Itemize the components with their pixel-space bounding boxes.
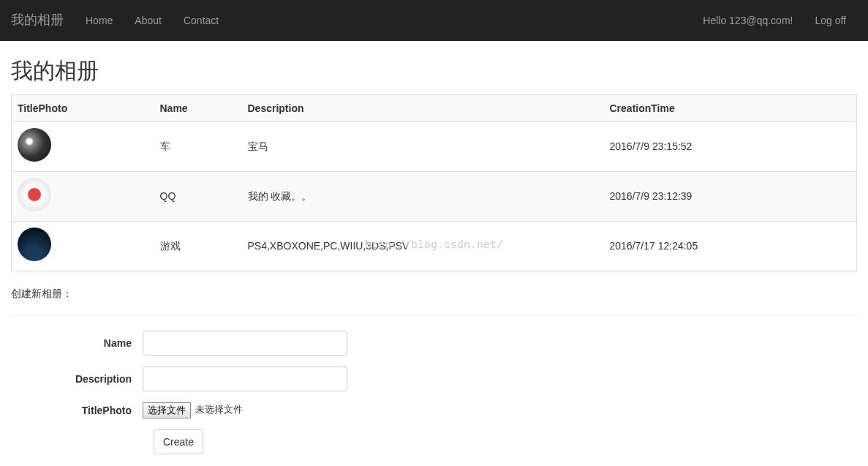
th-creationtime: CreationTime [604,94,857,121]
create-album-form: Name Description TitlePhoto 选择文件 未选择文件 C… [11,331,857,454]
form-group-submit: Create [11,429,857,454]
nav-greeting[interactable]: Hello 123@qq.com! [692,2,804,39]
album-thumbnail[interactable] [18,178,51,211]
cell-creationtime: 2016/7/17 12:24:05 [604,221,857,271]
nav-link-home[interactable]: Home [75,2,124,39]
cell-creationtime: 2016/7/9 23:12:39 [604,171,857,221]
nav-link-contact[interactable]: Contact [173,2,230,39]
cell-description: 宝马 [242,121,604,171]
input-description[interactable] [143,367,347,391]
file-input-wrapper: 选择文件 未选择文件 [143,402,243,418]
page-title: 我的相册 [11,56,857,87]
navbar-right: Hello 123@qq.com! Log off [692,2,857,39]
label-description: Description [11,372,143,386]
table-header-row: TitlePhoto Name Description CreationTime [12,94,857,121]
albums-table: TitlePhoto Name Description CreationTime… [11,94,857,271]
th-titlephoto: TitlePhoto [12,94,154,121]
form-group-description: Description [11,367,857,391]
album-thumbnail[interactable] [18,128,51,162]
create-album-label: 创建新相册： [11,286,857,301]
navbar-left: 我的相册 Home About Contact [11,0,230,41]
cell-name: QQ [154,171,242,221]
album-thumbnail[interactable] [18,228,51,261]
table-row: 车 宝马 2016/7/9 23:15:52 [12,121,857,171]
cell-name: 车 [154,121,242,171]
form-group-name: Name [11,331,857,356]
th-name: Name [154,94,242,121]
th-description: Description [242,94,604,121]
navbar-nav: Home About Contact [75,2,230,39]
label-name: Name [11,336,143,350]
divider [11,315,857,316]
table-row: 游戏 PS4,XBOXONE,PC,WIIU,3DS,PSV 2016/7/17… [12,221,857,271]
nav-link-about[interactable]: About [124,2,173,39]
cell-name: 游戏 [154,221,242,271]
navbar: 我的相册 Home About Contact Hello 123@qq.com… [0,0,868,41]
label-titlephoto: TitlePhoto [11,403,143,418]
navbar-brand[interactable]: 我的相册 [11,0,75,41]
form-group-titlephoto: TitlePhoto 选择文件 未选择文件 [11,402,857,418]
create-button[interactable]: Create [154,429,203,454]
nav-logoff[interactable]: Log off [804,2,857,39]
file-choose-button[interactable]: 选择文件 [143,402,191,418]
main-container: 我的相册 TitlePhoto Name Description Creatio… [0,56,868,466]
file-status-text: 未选择文件 [195,403,243,417]
input-name[interactable] [143,331,347,356]
cell-description: PS4,XBOXONE,PC,WIIU,3DS,PSV [242,221,604,271]
table-row: QQ 我的 收藏。。 2016/7/9 23:12:39 [12,171,857,221]
cell-creationtime: 2016/7/9 23:15:52 [604,121,857,171]
cell-description: 我的 收藏。。 [242,171,604,221]
